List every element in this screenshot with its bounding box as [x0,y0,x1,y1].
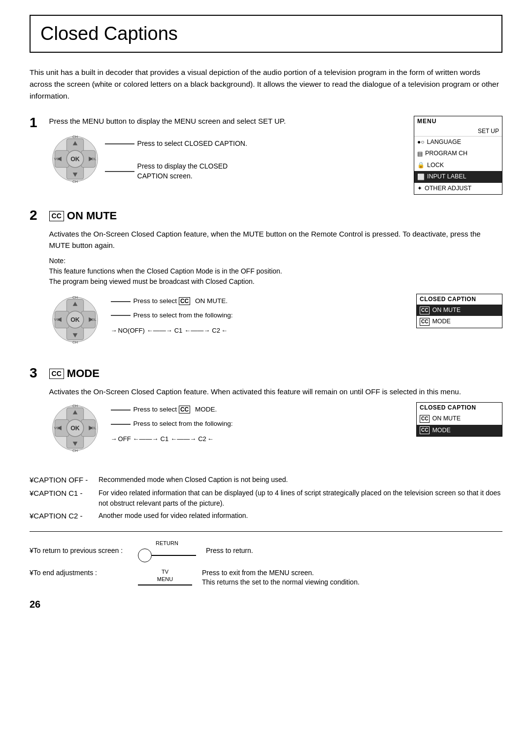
menu-item-language: ●○ LANGUAGE [414,137,502,148]
step2-cc-row-1: CC ON MUTE [417,305,502,316]
step3-body: Activates the On-Screen Closed Caption f… [49,386,502,398]
page-number: 26 [30,597,502,611]
menu-setup: SET UP [414,127,502,137]
caption-note-c1: ¥CAPTION C1 - For video related informat… [30,488,502,509]
svg-text:VOL: VOL [54,157,61,162]
step2-label-top: Press to select CC ON MUTE. [133,297,228,306]
page-title-box: Closed Captions [30,15,502,53]
step3-number: 3 [30,366,37,380]
step2-note: Note: This feature functions when the Cl… [49,256,502,287]
footer-row-menu: ¥To end adjustments : TV MENU Press to e… [30,568,502,587]
step1-label-top: Press to select CLOSED CAPTION. [137,139,247,149]
step3-dpad: OK VOL VOL CH CH [49,402,101,454]
footer-menu-text: Press to exit from the MENU screen. This… [202,568,360,587]
footer-return-label: ¥To return to previous screen : [30,546,128,556]
page-title: Closed Captions [40,21,492,47]
svg-text:OK: OK [70,316,80,323]
step3-label-top: Press to select CC MODE. [133,405,217,414]
step2-label-bottom: Press to select from the following: [133,311,233,320]
step2-number: 2 [30,208,37,222]
footer-menu-label: ¥To end adjustments : [30,568,128,578]
svg-text:VOL: VOL [54,426,61,431]
svg-text:CH: CH [72,449,78,453]
svg-text:VOL: VOL [89,426,96,431]
step3-cc-label: CC [49,369,64,379]
step-2: 2 CC ON MUTE Activates the On-Screen Clo… [30,208,502,352]
bottom-divider [30,531,502,532]
caption-note-off: ¥CAPTION OFF - Recommended mode when Clo… [30,475,502,486]
step3-cc-row-2: CC MODE [417,425,502,437]
caption-notes: ¥CAPTION OFF - Recommended mode when Clo… [30,475,502,521]
step-3: 3 CC MODE Activates the On-Screen Closed… [30,366,502,461]
svg-text:OK: OK [70,425,80,432]
svg-text:OK: OK [70,156,80,163]
svg-text:CH: CH [72,179,78,184]
step1-label-bottom: Press to display the CLOSED CAPTION scre… [137,162,228,181]
svg-text:CH: CH [72,404,78,408]
step2-cc-panel: CLOSED CAPTION CC ON MUTE CC MODE [416,294,502,328]
footer: ¥To return to previous screen : RETURN P… [30,540,502,587]
caption-note-c2: ¥CAPTION C2 - Another mode used for vide… [30,511,502,522]
menu-box: MENU SET UP ●○ LANGUAGE ▤ PROGRAM CH 🔒 L… [414,116,502,195]
menu-item-program: ▤ PROGRAM CH [414,148,502,160]
footer-row-return: ¥To return to previous screen : RETURN P… [30,540,502,562]
svg-text:VOL: VOL [54,317,61,322]
step2-cc-row-2: CC MODE [417,316,502,328]
step2-cc-label: CC [49,211,64,221]
menu-item-other: ✦ OTHER ADJUST [414,183,502,195]
step3-cc-panel: CLOSED CAPTION CC ON MUTE CC MODE [416,402,502,437]
step2-diagram: OK VOL VOL CH CH [49,294,502,345]
step2-dpad: OK VOL VOL CH CH [49,294,101,345]
step2-heading: CC ON MUTE [49,208,502,224]
menu-header: MENU [414,116,502,127]
step1-number: 1 [30,116,37,130]
step2-body: Activates the On-Screen Closed Caption f… [49,229,502,251]
menu-item-lock: 🔒 LOCK [414,160,502,172]
step-1: 1 Press the MENU button to display the M… [30,116,502,195]
return-button [138,549,152,562]
step3-cc-row-1: CC ON MUTE [417,413,502,425]
footer-return-button-area: RETURN [138,540,196,562]
return-line [152,555,196,556]
step3-diagram: OK VOL VOL CH CH [49,402,502,454]
step3-label-bottom: Press to select from the following: [133,419,233,429]
menu-line2 [163,584,192,585]
footer-return-text: Press to return. [206,546,253,556]
intro-text: This unit has a built in decoder that pr… [30,67,502,102]
step1-main-text: Press the MENU button to display the MEN… [49,116,404,126]
svg-text:CH: CH [72,340,78,344]
svg-text:CH: CH [72,135,78,139]
svg-text:CH: CH [72,295,78,300]
svg-text:VOL: VOL [89,157,96,162]
svg-text:VOL: VOL [89,317,96,322]
menu-item-input-label: ⬜ INPUT LABEL [414,171,502,183]
step3-arrow-line: → OFF ←——→ C1 ←——→ C2 ← [111,435,233,444]
menu-line [138,584,163,585]
step3-heading: CC MODE [49,366,502,381]
footer-menu-button-area: TV MENU [138,568,192,585]
step2-arrow-line: → NO(OFF) ←——→ C1 ←——→ C2 ← [111,326,233,335]
dpad-diagram: OK VOL VOL CH CH [49,133,101,185]
